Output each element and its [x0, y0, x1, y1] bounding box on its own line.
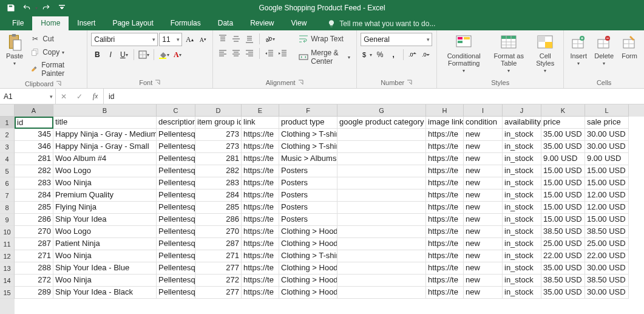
cell[interactable]: Posters [279, 214, 337, 226]
cell[interactable]: Woo Ninja [53, 177, 157, 189]
qat-customize-icon[interactable] [55, 1, 69, 15]
cell[interactable]: price [541, 117, 585, 129]
cell[interactable]: 287 [15, 238, 53, 250]
format-painter-button[interactable]: Format Painter [28, 60, 83, 79]
italic-button[interactable]: I [104, 49, 117, 61]
number-dialog-launcher[interactable] [407, 80, 413, 86]
row-header-15[interactable]: 15 [0, 287, 15, 299]
cell[interactable]: Woo Album #4 [53, 153, 157, 165]
cell[interactable]: 285 [15, 202, 53, 214]
cell[interactable]: 9.00 USD [585, 153, 629, 165]
cell[interactable]: in_stock [503, 250, 541, 262]
cell[interactable]: Clothing > T-shirts [279, 129, 337, 141]
row-header-1[interactable]: 1 [0, 117, 15, 129]
cell[interactable]: 15.00 USD [541, 177, 585, 189]
cell[interactable]: Woo Logo [53, 226, 157, 238]
cell[interactable]: Ship Your Idea - Black [53, 287, 157, 299]
cell[interactable] [337, 226, 426, 238]
cell[interactable]: item group id [195, 117, 242, 129]
underline-button[interactable]: U▾ [118, 49, 130, 61]
cell[interactable]: Pellentesque [157, 238, 195, 250]
cell[interactable]: in_stock [503, 214, 541, 226]
borders-button[interactable]: ▾ [138, 49, 150, 61]
cell[interactable]: in_stock [503, 141, 541, 153]
copy-button[interactable]: Copy ▾ [28, 46, 83, 58]
cell[interactable]: in_stock [503, 189, 541, 202]
row-header-4[interactable]: 4 [0, 153, 15, 165]
alignment-dialog-launcher[interactable] [298, 80, 304, 86]
tab-insert[interactable]: Insert [69, 16, 104, 30]
cell[interactable]: 35.00 USD [541, 129, 585, 141]
cell[interactable]: https://te [242, 214, 279, 226]
cell[interactable]: https://te [426, 214, 464, 226]
tab-home[interactable]: Home [32, 16, 69, 30]
cell[interactable]: new [464, 238, 503, 250]
cell[interactable]: new [464, 226, 503, 238]
column-header-J[interactable]: J [503, 104, 541, 117]
cell-styles-button[interactable]: Cell Styles▾ [530, 33, 560, 75]
cell[interactable]: product type [279, 117, 337, 129]
cell[interactable]: new [464, 141, 503, 153]
comma-format-button[interactable]: , [387, 49, 399, 61]
cell[interactable]: Clothing > T-shirts [279, 141, 337, 153]
cell[interactable]: id [15, 117, 53, 129]
cell[interactable]: https://te [242, 226, 279, 238]
cell[interactable]: new [464, 287, 503, 299]
decrease-decimal-button[interactable]: .0 [421, 49, 433, 61]
cell[interactable]: 284 [15, 189, 53, 202]
cell[interactable]: 281 [195, 153, 242, 165]
cell[interactable]: in_stock [503, 262, 541, 275]
row-header-13[interactable]: 13 [0, 262, 15, 275]
cell[interactable]: https://te [242, 129, 279, 141]
cell[interactable]: 35.00 USD [541, 262, 585, 275]
cell[interactable]: https://te [242, 165, 279, 177]
cell[interactable]: https://te [242, 250, 279, 262]
cell[interactable]: 9.00 USD [541, 153, 585, 165]
cell[interactable]: https://te [426, 226, 464, 238]
cell[interactable]: Clothing > T-shirts [279, 250, 337, 262]
cell[interactable]: Posters [279, 189, 337, 202]
cell[interactable]: 283 [15, 177, 53, 189]
conditional-formatting-button[interactable]: Conditional Formatting▾ [441, 33, 487, 75]
tab-file[interactable]: File [4, 16, 32, 30]
cell[interactable]: Posters [279, 165, 337, 177]
cell[interactable]: 30.00 USD [585, 287, 629, 299]
cell[interactable]: Woo Logo [53, 165, 157, 177]
cell[interactable]: https://te [242, 275, 279, 287]
cell[interactable]: 271 [195, 250, 242, 262]
cell[interactable]: google product category [337, 117, 426, 129]
cell[interactable] [337, 177, 426, 189]
cell[interactable]: condition [464, 117, 503, 129]
cell[interactable]: Clothing > Hoodies [279, 226, 337, 238]
cell[interactable] [337, 238, 426, 250]
cell[interactable] [337, 275, 426, 287]
cell[interactable] [337, 165, 426, 177]
cell[interactable]: 25.00 USD [585, 238, 629, 250]
cell[interactable]: 25.00 USD [541, 238, 585, 250]
align-bottom-button[interactable] [243, 33, 256, 45]
cell[interactable]: 30.00 USD [585, 262, 629, 275]
column-header-B[interactable]: B [53, 104, 157, 117]
cell[interactable]: https://te [426, 238, 464, 250]
cell[interactable]: new [464, 177, 503, 189]
tab-review[interactable]: Review [242, 16, 282, 30]
cell[interactable]: https://te [426, 262, 464, 275]
column-header-F[interactable]: F [279, 104, 337, 117]
wrap-text-button[interactable]: Wrap Text [296, 33, 353, 45]
align-top-button[interactable] [217, 33, 229, 45]
cell[interactable]: 22.00 USD [585, 250, 629, 262]
cancel-formula-button[interactable]: ✕ [56, 92, 72, 101]
cell[interactable]: 15.00 USD [585, 165, 629, 177]
insert-cells-button[interactable]: Insert▾ [568, 33, 589, 67]
cell[interactable]: 270 [195, 226, 242, 238]
cell[interactable] [337, 202, 426, 214]
cell[interactable]: 38.50 USD [541, 275, 585, 287]
cell[interactable]: 15.00 USD [585, 177, 629, 189]
cell[interactable]: https://te [426, 202, 464, 214]
cell[interactable]: Pellentesque [157, 214, 195, 226]
cell[interactable] [337, 262, 426, 275]
cell[interactable]: Premium Quality [53, 189, 157, 202]
insert-function-button[interactable]: fx [87, 92, 103, 101]
save-button[interactable] [4, 1, 18, 15]
cell[interactable]: 12.00 USD [585, 189, 629, 202]
